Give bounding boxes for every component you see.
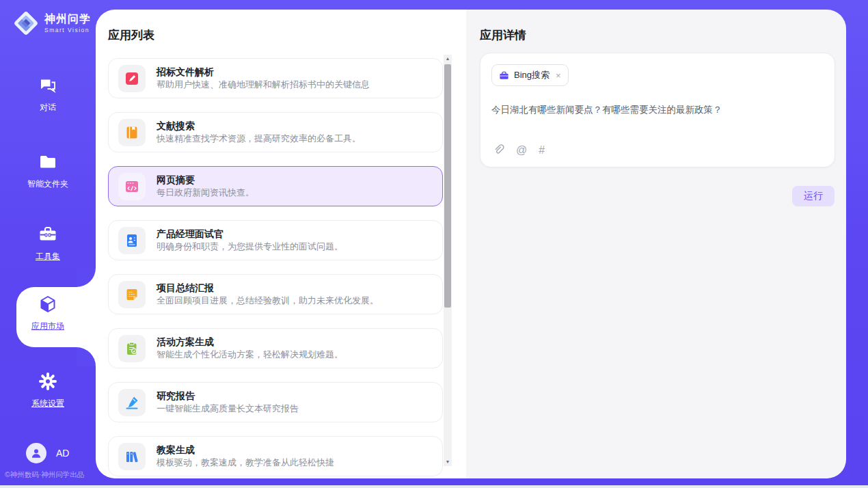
chip-close-icon[interactable]: × [556, 70, 561, 81]
app-card-title: 文献搜索 [157, 120, 361, 133]
app-icon-box [118, 335, 146, 362]
scrollbar-down-arrow-icon[interactable]: ▼ [444, 458, 452, 466]
app-icon-box [118, 173, 146, 200]
app-card-desc: 帮助用户快速、准确地理解和解析招标书中的关键信息 [157, 79, 370, 91]
app-card-title: 网页摘要 [157, 174, 254, 187]
tool-chip-bing-search[interactable]: Bing搜索 × [491, 64, 569, 86]
input-toolbar: @ # [493, 144, 545, 156]
sidebar-item-label: 工具集 [0, 251, 96, 262]
book-icon [124, 125, 139, 140]
user-name: AD [56, 448, 69, 459]
mention-icon[interactable]: @ [516, 145, 527, 156]
app-card-title: 研究报告 [157, 390, 299, 403]
brand-subtitle: Smart Vision [44, 27, 91, 33]
app-card-lesson-plan[interactable]: 教案生成 模板驱动，教案速成，教学准备从此轻松快捷 [108, 436, 443, 476]
app-detail-pane: 应用详情 Bing搜索 × 今日湖北有哪些新闻要点？有哪些需要关注的最新政策？ … [466, 10, 846, 478]
app-card-pm-interviewer[interactable]: 产品经理面试官 明确身份和职责，为您提供专业性的面试问题。 [108, 220, 443, 260]
app-icon-box [118, 389, 146, 416]
sidebar-item-label: 应用市场 [0, 321, 96, 332]
user-account[interactable]: AD [26, 443, 69, 463]
active-tab-curve-bottom [77, 347, 96, 366]
scrollbar-thumb[interactable] [444, 64, 451, 308]
query-text[interactable]: 今日湖北有哪些新闻要点？有哪些需要关注的最新政策？ [491, 104, 824, 116]
app-card-title: 产品经理面试官 [157, 228, 343, 241]
app-card-project-summary[interactable]: 项目总结汇报 全面回顾项目进展，总结经验教训，助力未来优化发展。 [108, 274, 443, 314]
avatar [26, 443, 46, 463]
hash-icon[interactable]: # [539, 145, 545, 156]
app-card-bid-analysis[interactable]: 招标文件解析 帮助用户快速、准确地理解和解析招标书中的关键信息 [108, 58, 443, 98]
edit-doc-icon [124, 71, 139, 86]
brand-diamond-icon [12, 10, 40, 37]
folder-icon [38, 163, 58, 174]
app-card-desc: 模板驱动，教案速成，教学准备从此轻松快捷 [157, 457, 334, 469]
sidebar-item-label: 智能文件夹 [0, 178, 96, 190]
app-card-desc: 全面回顾项目进展，总结经验教训，助力未来优化发展。 [157, 295, 379, 307]
clipboard-check-icon [124, 341, 139, 356]
active-tab-curve-top [77, 268, 96, 287]
tool-chip-label: Bing搜索 [514, 69, 550, 81]
scrollbar-up-arrow-icon[interactable]: ▲ [444, 55, 452, 63]
app-icon-box [118, 227, 146, 254]
list-scrollbar[interactable]: ▲ ▼ [444, 55, 452, 466]
app-card-title: 项目总结汇报 [157, 282, 379, 295]
app-card-desc: 明确身份和职责，为您提供专业性的面试问题。 [157, 241, 343, 253]
briefcase-icon [499, 70, 509, 81]
gear-icon [38, 382, 58, 394]
query-input-card[interactable]: Bing搜索 × 今日湖北有哪些新闻要点？有哪些需要关注的最新政策？ @ # [480, 53, 835, 167]
chat-icon [38, 86, 58, 98]
sidebar-item-app-market[interactable]: 应用市场 [0, 294, 96, 332]
brand-name: 神州问学 [44, 13, 91, 25]
copyright-footer: ©神州数码·神州问学出品 [5, 470, 84, 480]
memo-icon [124, 287, 139, 302]
app-card-desc: 智能生成个性化活动方案，轻松解决规划难题。 [157, 349, 343, 361]
toolbox-icon [38, 235, 58, 247]
interviewer-icon [124, 233, 139, 248]
main-content: 应用列表 招标文件解析 帮助用户快速、准确地理解和解析招标书中的关键信息 [96, 10, 846, 478]
books-icon [124, 449, 139, 464]
app-card-desc: 一键智能生成高质量长文本研究报告 [157, 403, 299, 415]
app-card-web-summary[interactable]: 网页摘要 每日政府新闻资讯快查。 [108, 166, 443, 206]
sidebar-item-label: 系统设置 [0, 398, 96, 409]
app-detail-title: 应用详情 [480, 27, 526, 43]
attachment-icon[interactable] [493, 144, 504, 156]
cube-icon [38, 305, 58, 316]
app-card-title: 教案生成 [157, 444, 334, 457]
brand-logo: 神州问学 Smart Vision [12, 10, 91, 37]
sidebar-item-label: 对话 [0, 102, 96, 113]
app-icon-box [118, 119, 146, 146]
app-list-pane: 应用列表 招标文件解析 帮助用户快速、准确地理解和解析招标书中的关键信息 [96, 10, 466, 478]
app-card-title: 活动方案生成 [157, 336, 343, 349]
app-card-title: 招标文件解析 [157, 66, 370, 79]
app-icon-box [118, 281, 146, 308]
app-icon-box [118, 443, 146, 470]
sidebar: 神州问学 Smart Vision 对话 智能文件夹 [0, 0, 96, 488]
app-card-research-report[interactable]: 研究报告 一键智能生成高质量长文本研究报告 [108, 382, 443, 422]
webpage-icon [124, 179, 139, 194]
app-icon-box [118, 65, 146, 92]
run-button[interactable]: 运行 [792, 186, 835, 206]
sidebar-item-toolset[interactable]: 工具集 [0, 224, 96, 262]
app-card-list: 招标文件解析 帮助用户快速、准确地理解和解析招标书中的关键信息 文献搜索 快速精… [108, 58, 443, 478]
app-card-desc: 快速精准查找学术资源，提高研究效率的必备工具。 [157, 133, 361, 145]
app-card-event-plan[interactable]: 活动方案生成 智能生成个性化活动方案，轻松解决规划难题。 [108, 328, 443, 368]
app-list-title: 应用列表 [108, 27, 154, 43]
sidebar-item-smart-folder[interactable]: 智能文件夹 [0, 152, 96, 190]
research-icon [124, 395, 139, 410]
app-card-literature-search[interactable]: 文献搜索 快速精准查找学术资源，提高研究效率的必备工具。 [108, 112, 443, 152]
window-bottom-edge [0, 485, 868, 488]
sidebar-item-settings[interactable]: 系统设置 [0, 371, 96, 409]
app-card-desc: 每日政府新闻资讯快查。 [157, 187, 254, 199]
sidebar-item-chat[interactable]: 对话 [0, 75, 96, 113]
